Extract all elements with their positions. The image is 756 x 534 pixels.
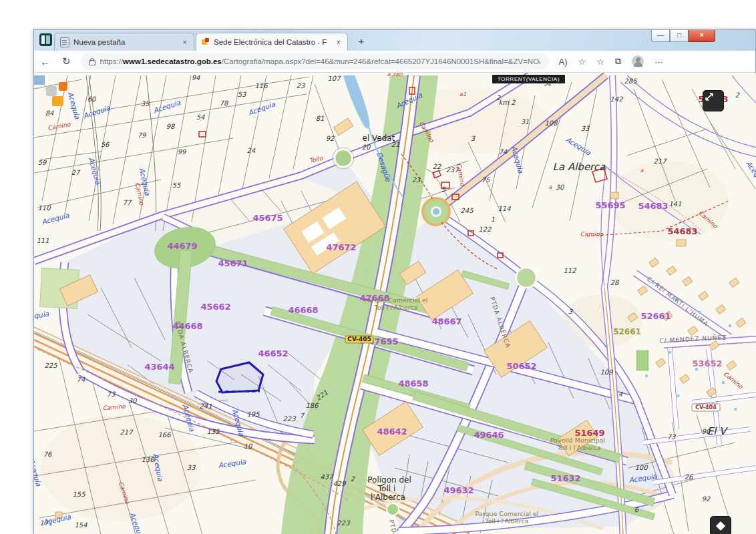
map-label: 166 <box>158 431 172 439</box>
pan-center-button[interactable] <box>710 516 731 534</box>
refresh-button[interactable]: ↻ <box>56 55 77 67</box>
map-label: l'Alberca <box>371 493 405 502</box>
map-label: a 380 <box>387 73 403 77</box>
layers-icon[interactable]: ⧉ <box>610 56 626 67</box>
map-label: a1 <box>459 91 466 97</box>
collections-star-icon[interactable]: ☆ <box>591 57 610 67</box>
profile-avatar[interactable] <box>632 55 644 67</box>
minimize-button[interactable]: — <box>651 30 670 42</box>
tab-nueva-pestana[interactable]: Nueva pestaña × <box>54 33 194 51</box>
map-label: 2 <box>351 475 355 483</box>
map-label: 285 <box>624 77 637 85</box>
map-label: 51632 <box>550 473 580 483</box>
map-label: 43644 <box>144 362 174 372</box>
map-label: 33 <box>581 125 590 132</box>
map-label: 100 <box>634 464 648 471</box>
map-label: 217 <box>120 429 134 436</box>
tab-workspaces-icon[interactable] <box>39 33 52 46</box>
catastro-favicon <box>202 38 210 46</box>
map-label: 35 <box>141 100 150 107</box>
map-label: 44679 <box>167 241 197 251</box>
tab-title: Nueva pestaña <box>73 38 178 46</box>
map-label: 52661 <box>613 327 641 336</box>
map-label: 22 <box>433 163 441 170</box>
map-label: 30 <box>128 397 138 405</box>
map-label: CV-405 <box>347 336 371 342</box>
map-label: 45675 <box>252 213 282 223</box>
browser-window: Nueva pestaña × Sede Electrónica del Cat… <box>33 29 756 534</box>
map-label: 48667 <box>431 316 461 326</box>
favorites-star-icon[interactable]: ☆ <box>573 57 592 67</box>
map-label: 122 <box>478 226 492 233</box>
map-label: 1 <box>491 216 495 223</box>
close-button[interactable]: × <box>689 30 715 42</box>
map-label: 223 <box>337 519 350 527</box>
map-label: 55 <box>172 182 181 189</box>
map-label: 73 <box>667 433 676 441</box>
map-label: 23 <box>412 176 421 184</box>
map-label: 50652 <box>506 361 536 371</box>
map-label: 76 <box>43 451 53 458</box>
map-label: 56 <box>101 141 110 148</box>
map-label: 74 <box>77 376 85 383</box>
new-tab-button[interactable]: + <box>355 35 368 48</box>
map-label: 154 <box>74 521 87 529</box>
map-label: 223 <box>282 415 296 423</box>
map-label: Parque Comercial el <box>476 510 539 517</box>
map-label: 429 <box>333 480 347 487</box>
map-label: 59 <box>38 159 47 166</box>
screenshot: Nueva pestaña × Sede Electrónica del Cat… <box>0 0 756 534</box>
lock-icon <box>89 60 96 65</box>
map-label: 245 <box>460 207 474 214</box>
map-label: 186 <box>305 402 319 409</box>
map-label: 33 <box>187 464 196 471</box>
map-label: 112 <box>563 267 576 274</box>
tab-catastro[interactable]: Sede Electrónica del Catastro - F × <box>196 33 348 51</box>
map-label: 26 <box>685 473 694 481</box>
map-label: Toll i l'Alberca <box>557 444 601 451</box>
map-label: 141 <box>669 200 681 208</box>
map-label: 3 <box>568 308 573 315</box>
map-label: 2 <box>735 91 740 99</box>
map-label: 48642 <box>377 427 407 437</box>
fullscreen-expand-button[interactable] <box>703 90 724 111</box>
url-text[interactable]: https://www1.sedecatastro.gob.es/Cartogr… <box>100 57 540 65</box>
map-label: 217 <box>653 158 667 165</box>
map-label: 114 <box>498 205 511 212</box>
map-label: 142 <box>610 95 623 103</box>
map-label: 28 <box>610 279 620 286</box>
map-label: 54 <box>196 113 205 121</box>
map-label: Toll i l'Alberca <box>485 517 529 525</box>
map-label: km 2 <box>498 99 516 106</box>
map-label: 135 <box>206 428 220 435</box>
map-label: 49632 <box>443 485 474 495</box>
maximize-button[interactable]: □ <box>670 30 689 42</box>
municipality-label: TORRENT(VALENCIA) <box>492 75 565 83</box>
map-label: 45671 <box>218 258 248 268</box>
read-aloud-icon[interactable]: A) <box>554 57 573 67</box>
address-bar[interactable]: https://www1.sedecatastro.gob.es/Cartogr… <box>81 53 548 69</box>
window-controls: — □ × <box>651 30 715 42</box>
map-label: 5 <box>441 186 446 193</box>
map-label: 437 <box>320 473 334 481</box>
map-label: CV-404 <box>695 405 717 411</box>
map-label: Parque Comercial el <box>365 296 428 304</box>
map-canvas[interactable]: 4567544679476724567147668456624666844668… <box>34 73 756 534</box>
back-button[interactable]: ← <box>34 56 56 67</box>
map-label: Pavelló Municipal <box>550 437 605 444</box>
more-menu-icon[interactable]: ··· <box>649 57 669 67</box>
map-label: 24 <box>247 147 256 154</box>
map-label: Toll i l'Alberca <box>374 304 418 311</box>
map-label: 48658 <box>398 378 428 388</box>
map-label: 94 <box>192 74 200 81</box>
map-label: 53 <box>238 91 246 98</box>
map-label: 98 <box>166 123 176 130</box>
tab-close-icon[interactable]: × <box>182 38 188 46</box>
map-label: el Vedat <box>363 134 395 143</box>
map-label: 155 <box>72 491 85 498</box>
tab-close-icon[interactable]: × <box>335 38 342 46</box>
map-label: 111 <box>36 237 49 244</box>
map-label: 10 <box>244 443 253 450</box>
cadastral-map[interactable]: 4567544679476724567147668456624666844668… <box>34 73 756 534</box>
navigation-bar: ← ↻ https://www1.sedecatastro.gob.es/Car… <box>34 51 755 73</box>
